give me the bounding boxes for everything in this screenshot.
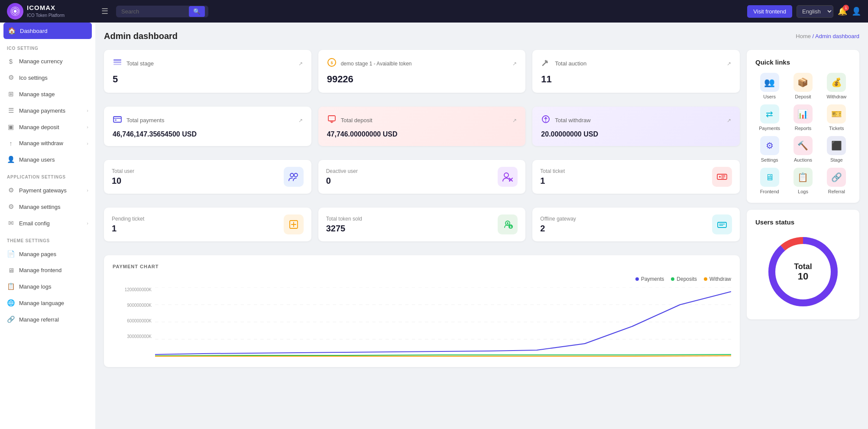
- hamburger-button[interactable]: ☰: [99, 4, 111, 19]
- sidebar-item-label: Manage users: [19, 156, 55, 163]
- svg-rect-10: [113, 117, 121, 122]
- frontend-icon: 🖥: [7, 266, 15, 274]
- stat-value: 0: [326, 176, 358, 186]
- external-link-icon[interactable]: ↗: [512, 117, 517, 124]
- chart-container: 1200000000K 900000000K 600000000K 300000…: [113, 287, 731, 358]
- sidebar-item-manage-stage[interactable]: ⊞ Manage stage: [0, 86, 95, 102]
- email-icon: ✉: [7, 219, 15, 227]
- stat-label: Total payments: [126, 117, 294, 124]
- notification-icon[interactable]: 🔔 1: [838, 6, 847, 16]
- chevron-right-icon: ›: [87, 141, 88, 146]
- sidebar-item-manage-frontend[interactable]: 🖥 Manage frontend: [0, 262, 95, 278]
- deactive-user-icon: [498, 167, 518, 187]
- stat-value: 2: [540, 224, 576, 234]
- sidebar-item-manage-payments[interactable]: ☰ Manage payments ›: [0, 102, 95, 119]
- stat-value: 1: [540, 176, 565, 186]
- quick-link-withdraw[interactable]: 💰 Withdraw: [823, 73, 851, 99]
- quick-link-tickets[interactable]: 🎫 Tickets: [823, 104, 851, 131]
- svg-rect-13: [328, 116, 335, 121]
- quick-link-auctions[interactable]: 🔨 Auctions: [789, 136, 817, 162]
- main-layout: 🏠 Dashboard ICO SETTING $ Manage currenc…: [0, 23, 868, 429]
- quick-link-users[interactable]: 👥 Users: [755, 73, 784, 99]
- sidebar-section-app: APPLICATION SETTINGS: [0, 168, 95, 182]
- chart-plot-area: [155, 287, 731, 358]
- stat-label: Total withdraw: [555, 117, 722, 124]
- sidebar-item-label: Manage frontend: [19, 267, 62, 273]
- quick-link-icon-auctions: 🔨: [794, 136, 813, 155]
- sidebar: 🏠 Dashboard ICO SETTING $ Manage currenc…: [0, 23, 95, 429]
- stat-value: 3275: [326, 224, 362, 234]
- visit-frontend-button[interactable]: Visit frontend: [747, 5, 792, 18]
- quick-link-payments[interactable]: ⇄ Payments: [755, 104, 784, 131]
- external-link-icon[interactable]: ↗: [298, 117, 303, 124]
- stat-card-pending-ticket: Pending ticket 1: [104, 208, 311, 241]
- stat-label: demo stage 1 - Avaialble token: [341, 61, 508, 67]
- stat-card-total-payments: Total payments ↗ 46,746,147.35654500 USD: [104, 107, 311, 146]
- withdraw-stat-icon: [541, 114, 551, 126]
- quick-link-label-payments: Payments: [759, 126, 780, 131]
- dashboard-icon: 🏠: [8, 27, 16, 35]
- sidebar-item-ico-settings[interactable]: ⚙ Ico settings: [0, 69, 95, 86]
- external-link-icon[interactable]: ↗: [512, 61, 517, 67]
- quick-link-icon-settings: ⚙: [760, 136, 779, 155]
- donut-total-value: 10: [798, 271, 808, 282]
- external-link-icon[interactable]: ↗: [727, 117, 731, 124]
- donut-chart-svg: Total 10: [764, 233, 842, 311]
- svg-rect-5: [113, 64, 121, 65]
- quick-link-icon-logs: 📋: [794, 168, 813, 187]
- quick-link-icon-withdraw: 💰: [827, 73, 846, 92]
- quick-link-label-settings: Settings: [761, 157, 778, 162]
- sidebar-item-email-config[interactable]: ✉ Email config ›: [0, 215, 95, 231]
- breadcrumb-home[interactable]: Home: [796, 33, 811, 39]
- stat-card-demo-stage: $ demo stage 1 - Avaialble token ↗ 99226: [318, 50, 526, 93]
- sidebar-item-label: Manage pages: [19, 251, 56, 257]
- sidebar-item-manage-users[interactable]: 👤 Manage users: [0, 151, 95, 168]
- language-select[interactable]: English Spanish: [797, 5, 833, 18]
- sidebar-item-dashboard[interactable]: 🏠 Dashboard: [3, 23, 92, 39]
- quick-link-stage[interactable]: ⬛ Stage: [823, 136, 851, 162]
- quick-link-logs[interactable]: 📋 Logs: [789, 168, 817, 194]
- sidebar-item-manage-pages[interactable]: 📄 Manage pages: [0, 246, 95, 262]
- quick-link-settings[interactable]: ⚙ Settings: [755, 136, 784, 162]
- donut-chart-container: Total 10: [755, 233, 851, 311]
- stat-card-total-token-sold: Total token sold 3275 $: [318, 208, 526, 241]
- svg-point-2: [14, 10, 16, 13]
- quick-link-icon-tickets: 🎫: [827, 104, 846, 124]
- logo-area: ICOMAX ICO Token Platform: [7, 3, 94, 20]
- stat-card-total-ticket: Total ticket 1: [532, 160, 740, 194]
- sidebar-item-manage-deposit[interactable]: ▣ Manage deposit ›: [0, 119, 95, 135]
- sidebar-item-label: Email config: [19, 220, 50, 227]
- external-link-icon[interactable]: ↗: [298, 61, 303, 67]
- notification-badge: 1: [843, 5, 849, 11]
- sidebar-item-payment-gateways[interactable]: ⚙ Payment gateways ›: [0, 182, 95, 198]
- sidebar-item-manage-referral[interactable]: 🔗 Manage referral: [0, 311, 95, 328]
- sidebar-item-manage-settings[interactable]: ⚙ Manage settings: [0, 198, 95, 215]
- legend-label-withdraw: Withdraw: [709, 276, 731, 282]
- user-avatar-icon[interactable]: 👤: [852, 6, 861, 16]
- quick-link-deposit[interactable]: 📦 Deposit: [789, 73, 817, 99]
- sidebar-item-manage-withdraw[interactable]: ↑ Manage withdraw ›: [0, 135, 95, 151]
- stat-card-total-auction: Total auction ↗ 11: [532, 50, 740, 93]
- y-label-1: 1200000000K: [113, 287, 152, 292]
- external-link-icon[interactable]: ↗: [727, 61, 731, 67]
- quick-link-frontend[interactable]: 🖥 Frontend: [755, 168, 784, 194]
- stat-label: Total ticket: [540, 168, 565, 174]
- stat-card-total-deposit: Total deposit ↗ 47,746.00000000 USD: [318, 107, 526, 146]
- sidebar-item-manage-currency[interactable]: $ Manage currency: [0, 53, 95, 69]
- sidebar-item-manage-logs[interactable]: 📋 Manage logs: [0, 278, 95, 295]
- payments-icon: ☰: [7, 107, 15, 114]
- sidebar-item-label: Payment gateways: [19, 187, 67, 194]
- small-stat-grid-2: Pending ticket 1: [104, 208, 740, 241]
- search-button[interactable]: 🔍: [189, 6, 205, 17]
- y-label-4: 300000000K: [113, 334, 152, 339]
- quick-link-referral[interactable]: 🔗 Referral: [823, 168, 851, 194]
- quick-link-reports[interactable]: 📊 Reports: [789, 104, 817, 131]
- stage-icon: ⊞: [7, 90, 15, 98]
- sidebar-item-manage-language[interactable]: 🌐 Manage language: [0, 295, 95, 311]
- user-status-card: Users status Total 10: [747, 210, 859, 319]
- page-title: Admin dashboard: [104, 31, 178, 41]
- search-input[interactable]: [120, 6, 189, 17]
- nav-right: Visit frontend English Spanish 🔔 1 👤: [747, 5, 861, 18]
- legend-withdraw: Withdraw: [704, 276, 731, 282]
- sidebar-section-theme: THEME SETTINGS: [0, 231, 95, 246]
